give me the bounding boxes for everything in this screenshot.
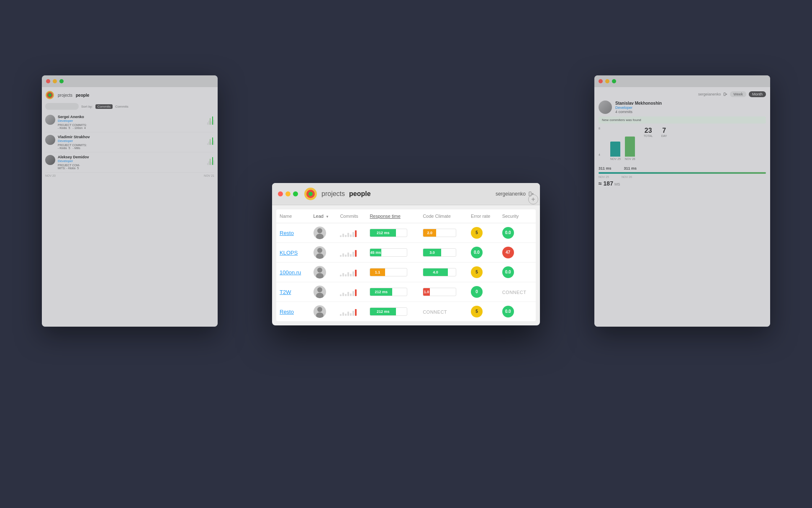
commit-bar bbox=[342, 312, 344, 316]
svg-point-5 bbox=[308, 192, 313, 196]
cell-error-rate: 0.0 bbox=[468, 242, 499, 262]
svg-point-15 bbox=[317, 307, 322, 312]
commit-bar bbox=[347, 253, 349, 257]
commit-bar bbox=[345, 314, 347, 316]
right-logout-icon bbox=[723, 92, 727, 96]
cell-security: 0.0 bbox=[499, 262, 536, 282]
main-content: Name Lead ▼ Commits Response time Code C… bbox=[276, 209, 536, 321]
project-name-link[interactable]: T2W bbox=[280, 289, 291, 295]
commit-bar bbox=[342, 293, 344, 296]
person-avatar-2 bbox=[45, 135, 55, 145]
cell-name: Resto bbox=[276, 302, 310, 321]
error-rate-badge: 5 bbox=[471, 266, 483, 278]
cell-security: Connect bbox=[499, 282, 536, 302]
traffic-lights bbox=[278, 191, 298, 196]
person-chart-1 bbox=[207, 115, 214, 125]
person-chart-2 bbox=[207, 135, 214, 145]
stat-day: 7 DAY bbox=[661, 127, 667, 160]
person-role-1: Developer bbox=[58, 119, 205, 123]
right-person-role: Developer bbox=[615, 106, 662, 110]
commit-bar bbox=[350, 274, 352, 276]
traffic-light-red[interactable] bbox=[599, 79, 603, 83]
cell-commits bbox=[337, 223, 366, 242]
traffic-light-red[interactable] bbox=[46, 79, 50, 83]
response-labels: NOV 25 NOV 26 bbox=[599, 175, 766, 178]
cell-code-climate: 2.0 bbox=[419, 223, 468, 242]
cell-commits bbox=[337, 282, 366, 302]
right-person-name: Stanislav Mekhonoshin bbox=[615, 101, 662, 106]
chart-bar bbox=[210, 118, 211, 125]
connect-link[interactable]: Connect bbox=[423, 309, 447, 315]
project-name-link[interactable]: Resto bbox=[280, 309, 294, 315]
security-badge: 0.0 bbox=[502, 306, 514, 317]
project-name-link[interactable]: Resto bbox=[280, 230, 294, 236]
traffic-light-maximize[interactable] bbox=[293, 191, 298, 196]
cell-security: 47 bbox=[499, 242, 536, 262]
error-rate-badge: 5 bbox=[471, 306, 483, 317]
right-background-panel: sergeianenko Week Month Stanislav Mekhon… bbox=[594, 75, 770, 327]
commits-chart bbox=[340, 288, 363, 296]
tab-month[interactable]: Month bbox=[749, 91, 766, 97]
commit-bar bbox=[345, 274, 347, 276]
left-search-input[interactable] bbox=[45, 103, 79, 110]
commit-bar bbox=[340, 255, 342, 257]
cell-name: 100on.ru bbox=[276, 262, 310, 282]
col-lead[interactable]: Lead ▼ bbox=[310, 209, 337, 223]
security-badge: 0.0 bbox=[502, 227, 514, 239]
left-sort-value[interactable]: Commits bbox=[95, 104, 113, 109]
traffic-light-green[interactable] bbox=[612, 79, 616, 83]
add-project-button[interactable]: + bbox=[528, 194, 538, 204]
left-background-panel: projects people Sort by: Commits Commits… bbox=[42, 75, 218, 327]
cell-error-rate: 5 bbox=[468, 302, 499, 321]
chart-bar bbox=[212, 116, 213, 125]
right-person-commits: 4 commits bbox=[615, 110, 662, 114]
traffic-light-yellow[interactable] bbox=[605, 79, 609, 83]
svg-point-14 bbox=[316, 293, 324, 298]
traffic-light-yellow[interactable] bbox=[53, 79, 57, 83]
chart-bar-2a bbox=[625, 137, 635, 157]
traffic-light-close[interactable] bbox=[278, 191, 283, 196]
nav-projects[interactable]: projects bbox=[321, 190, 345, 198]
sort-arrow-icon: ▼ bbox=[326, 215, 329, 219]
svg-rect-17 bbox=[724, 93, 726, 95]
col-name: Name bbox=[276, 209, 310, 223]
left-nav-people[interactable]: people bbox=[76, 93, 89, 98]
left-nav-projects[interactable]: projects bbox=[58, 93, 72, 98]
error-rate-badge: 5 bbox=[471, 227, 483, 239]
chart-bar-1a bbox=[610, 142, 620, 157]
traffic-light-green[interactable] bbox=[59, 79, 64, 83]
traffic-light-minimize[interactable] bbox=[285, 191, 290, 196]
project-name-link[interactable]: 100on.ru bbox=[280, 269, 301, 276]
project-name-link[interactable]: KLOPS bbox=[280, 250, 298, 256]
response-bar-container: 45 ms bbox=[370, 248, 407, 257]
response-bar-fill: 212 ms bbox=[370, 229, 396, 237]
stat-day-value: 7 bbox=[661, 127, 667, 134]
right-chart-wrapper: 8 4 NOV 25 NOV 26 23 TOTAL 7 bbox=[599, 127, 766, 163]
svg-point-13 bbox=[317, 287, 322, 292]
commit-bar bbox=[352, 271, 354, 276]
left-commits-label: Commits bbox=[115, 105, 128, 108]
commit-bar bbox=[352, 232, 354, 237]
main-nav: projects people bbox=[321, 190, 496, 198]
chart-bar bbox=[207, 163, 208, 165]
error-rate-badge: 0 bbox=[471, 286, 483, 298]
chart-bar bbox=[208, 121, 209, 125]
response-bar-fill: 212 ms bbox=[370, 288, 392, 296]
svg-point-12 bbox=[316, 273, 324, 278]
svg-point-9 bbox=[317, 248, 322, 253]
resp-val-2: 311 ms bbox=[624, 166, 637, 170]
security-connect-link[interactable]: Connect bbox=[502, 290, 527, 295]
left-panel-body: projects people Sort by: Commits Commits… bbox=[42, 87, 218, 327]
climate-bar-container: 2.0 bbox=[423, 229, 456, 237]
col-response-time[interactable]: Response time bbox=[366, 209, 419, 223]
response-bar-fill: 1.1 bbox=[370, 268, 385, 276]
y-label-4: 4 bbox=[599, 153, 600, 156]
tab-week[interactable]: Week bbox=[730, 91, 746, 97]
person-row-2: Vladimir Strakhov Developer PROJECT COMM… bbox=[45, 132, 214, 152]
app-logo-icon bbox=[304, 187, 317, 201]
right-person-detail: Stanislav Mekhonoshin Developer 4 commit… bbox=[599, 101, 766, 114]
notice-text: New commiters was found bbox=[602, 118, 641, 122]
cell-commits bbox=[337, 302, 366, 321]
cell-name: Resto bbox=[276, 223, 310, 242]
nav-people[interactable]: people bbox=[349, 190, 371, 198]
